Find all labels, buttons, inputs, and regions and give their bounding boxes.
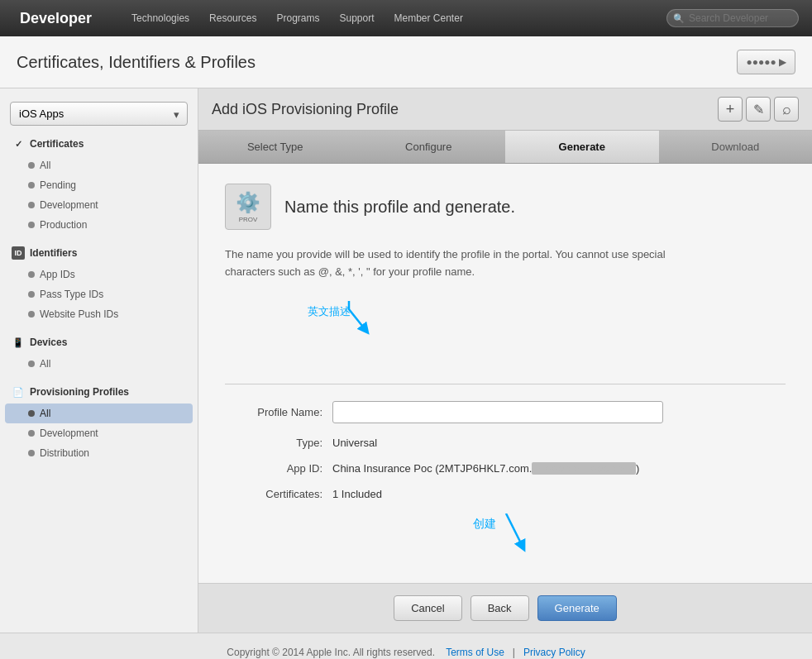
sidebar: iOS Apps Mac Apps tvOS Apps ✓ Certificat… xyxy=(0,88,198,633)
certificates-header: ✓ Certificates xyxy=(0,132,198,155)
back-button[interactable]: Back xyxy=(470,595,529,621)
sidebar-section-identifiers: ID Identifiers App IDs Pass Type IDs Web… xyxy=(0,241,198,324)
annotation-arrow-icon xyxy=(324,301,390,342)
profile-name-label: Profile Name: xyxy=(225,406,332,418)
sidebar-item-app-ids[interactable]: App IDs xyxy=(0,265,198,284)
dot-icon xyxy=(28,162,35,169)
sub-header-actions: ●●●●● ▶ xyxy=(737,50,795,74)
dot-icon xyxy=(28,202,35,208)
button-row: Cancel Back Generate xyxy=(198,583,812,633)
device-icon: 📱 xyxy=(12,336,25,349)
sidebar-section-devices: 📱 Devices All xyxy=(0,331,198,374)
profile-name-row: Profile Name: xyxy=(225,401,786,423)
user-display: ●●●●● ▶ xyxy=(737,50,795,74)
search-input[interactable] xyxy=(666,9,799,27)
provisioning-label: Provisioning Profiles xyxy=(30,386,129,398)
terms-link[interactable]: Terms of Use xyxy=(446,647,504,658)
bottom-annotation-arrow-icon xyxy=(490,513,556,563)
sidebar-item-pass-type-ids[interactable]: Pass Type IDs xyxy=(0,284,198,304)
sub-header: Certificates, Identifiers & Profiles ●●●… xyxy=(0,36,812,88)
wizard-steps: Select Type Configure Generate Download xyxy=(198,131,812,164)
sidebar-item-certs-production[interactable]: Production xyxy=(0,215,198,235)
page-heading: ⚙️ PROV Name this profile and generate. xyxy=(225,184,786,230)
copyright-text: Copyright © 2014 Apple Inc. All rights r… xyxy=(227,647,435,658)
nav-resources[interactable]: Resources xyxy=(209,12,256,24)
profile-name-input[interactable] xyxy=(332,401,663,423)
dot-icon xyxy=(28,450,35,456)
step-configure[interactable]: Configure xyxy=(352,131,506,163)
logo: Developer xyxy=(13,10,92,27)
dot-icon xyxy=(28,410,35,417)
prov-icon-label: PROV xyxy=(239,216,258,223)
nav-member-center[interactable]: Member Center xyxy=(394,12,463,24)
sidebar-item-website-push-ids[interactable]: Website Push IDs xyxy=(0,304,198,324)
content-area: Add iOS Provisioning Profile + ✎ ⌕ Selec… xyxy=(198,88,812,633)
sidebar-item-profiles-development[interactable]: Development xyxy=(0,423,198,443)
page-title: Certificates, Identifiers & Profiles xyxy=(17,53,256,72)
certificate-icon: ✓ xyxy=(12,137,25,150)
nav-support[interactable]: Support xyxy=(339,12,374,24)
devices-label: Devices xyxy=(30,337,67,348)
devices-header: 📱 Devices xyxy=(0,331,198,354)
top-nav: Developer Technologies Resources Program… xyxy=(0,0,812,36)
certificates-count-label: Certificates: xyxy=(225,488,332,500)
certificates-label: Certificates xyxy=(30,138,84,150)
bottom-annotation: 创建 xyxy=(225,513,786,563)
dot-icon xyxy=(28,430,35,437)
edit-button[interactable]: ✎ xyxy=(746,97,771,122)
dot-icon xyxy=(28,182,35,189)
app-id-label: App ID: xyxy=(225,462,332,475)
app-id-row: App ID: China Insurance Poc (2MTJP6HKL7.… xyxy=(225,462,786,475)
sidebar-item-profiles-distribution[interactable]: Distribution xyxy=(0,443,198,463)
sidebar-item-profiles-all[interactable]: All xyxy=(5,404,193,423)
profile-icon: 📄 xyxy=(12,385,25,399)
developer-label: Developer xyxy=(20,10,92,27)
sidebar-item-certs-pending[interactable]: Pending xyxy=(0,175,198,195)
blurred-app-id: ●●●●●●●●●●●●●●●● xyxy=(532,462,636,475)
id-icon: ID xyxy=(12,246,25,260)
platform-select[interactable]: iOS Apps Mac Apps tvOS Apps xyxy=(10,102,188,126)
description-text: The name you provide will be used to ide… xyxy=(225,246,688,281)
type-label: Type: xyxy=(225,437,332,449)
gear-icon: ⚙️ xyxy=(236,191,260,214)
content-body: ⚙️ PROV Name this profile and generate. … xyxy=(198,164,812,583)
step-select-type[interactable]: Select Type xyxy=(198,131,352,163)
search-button[interactable]: ⌕ xyxy=(774,97,799,122)
sidebar-section-certificates: ✓ Certificates All Pending Development P… xyxy=(0,132,198,235)
sidebar-item-certs-development[interactable]: Development xyxy=(0,195,198,215)
dot-icon xyxy=(28,311,35,318)
search-wrap: 🔍 xyxy=(666,9,799,27)
step-generate[interactable]: Generate xyxy=(505,131,659,163)
cancel-button[interactable]: Cancel xyxy=(394,595,461,621)
identifiers-header: ID Identifiers xyxy=(0,241,198,265)
identifiers-label: Identifiers xyxy=(30,247,77,259)
privacy-link[interactable]: Privacy Policy xyxy=(523,647,585,658)
footer: Copyright © 2014 Apple Inc. All rights r… xyxy=(0,633,812,659)
generate-button[interactable]: Generate xyxy=(537,595,617,621)
add-button[interactable]: + xyxy=(718,97,743,122)
dot-icon xyxy=(28,361,35,367)
main-layout: iOS Apps Mac Apps tvOS Apps ✓ Certificat… xyxy=(0,88,812,633)
nav-technologies[interactable]: Technologies xyxy=(131,12,189,24)
provisioning-header: 📄 Provisioning Profiles xyxy=(0,380,198,404)
prov-icon: ⚙️ PROV xyxy=(225,184,271,230)
nav-links: Technologies Resources Programs Support … xyxy=(131,12,647,24)
app-id-value: China Insurance Poc (2MTJP6HKL7.com.●●●●… xyxy=(332,462,639,475)
nav-programs[interactable]: Programs xyxy=(276,12,319,24)
dot-icon xyxy=(28,271,35,278)
dot-icon xyxy=(28,222,35,228)
dot-icon xyxy=(28,291,35,298)
sidebar-dropdown[interactable]: iOS Apps Mac Apps tvOS Apps xyxy=(10,102,188,126)
step-heading: Name this profile and generate. xyxy=(284,198,515,217)
certificates-count-value: 1 Included xyxy=(332,488,382,500)
certificates-row: Certificates: 1 Included xyxy=(225,488,786,500)
sidebar-item-devices-all[interactable]: All xyxy=(0,354,198,374)
step-download[interactable]: Download xyxy=(659,131,813,163)
type-value: Universal xyxy=(332,437,377,449)
content-heading: Add iOS Provisioning Profile xyxy=(212,101,399,118)
sidebar-item-certs-all[interactable]: All xyxy=(0,155,198,175)
type-row: Type: Universal xyxy=(225,437,786,449)
sidebar-section-provisioning: 📄 Provisioning Profiles All Development … xyxy=(0,380,198,463)
